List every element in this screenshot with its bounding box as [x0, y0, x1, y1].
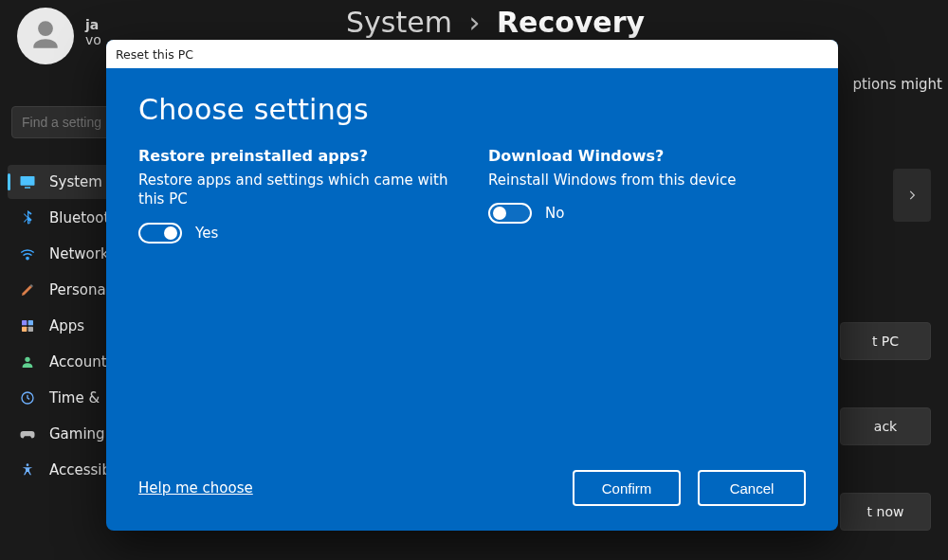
- restore-apps-toggle[interactable]: [138, 223, 182, 244]
- person-icon: [19, 353, 36, 370]
- svg-rect-1: [25, 187, 30, 189]
- clock-icon: [19, 389, 36, 406]
- avatar[interactable]: [17, 8, 74, 64]
- cancel-button[interactable]: Cancel: [698, 470, 806, 506]
- button-label-fragment: t PC: [872, 334, 899, 349]
- display-icon: [19, 173, 36, 190]
- sidebar-item-label: Apps: [49, 317, 84, 334]
- svg-point-7: [25, 357, 29, 362]
- toggle-knob: [493, 207, 506, 220]
- dialog-heading: Choose settings: [138, 93, 806, 126]
- sidebar-item-label: Time &: [49, 389, 100, 406]
- option-question: Restore preinstalled apps?: [138, 147, 456, 165]
- button-label-fragment: t now: [867, 504, 904, 519]
- dialog-title: Reset this PC: [116, 47, 193, 62]
- apps-icon: [19, 317, 36, 334]
- toggle-value-label: Yes: [195, 225, 218, 242]
- chevron-right-icon: ›: [468, 6, 480, 39]
- settings-window: ja vo System › Recovery ptions might Sys…: [0, 0, 948, 560]
- svg-rect-4: [28, 320, 33, 325]
- wifi-icon: [19, 245, 36, 262]
- svg-point-9: [27, 463, 29, 466]
- option-question: Download Windows?: [488, 147, 806, 165]
- bluetooth-icon: [19, 209, 36, 226]
- sidebar-item-label: Gaming: [49, 425, 105, 443]
- gamepad-icon: [19, 425, 36, 443]
- go-back-button[interactable]: ack: [840, 407, 931, 445]
- option-download-windows: Download Windows? Reinstall Windows from…: [488, 147, 806, 244]
- option-description: Restore apps and settings which came wit…: [138, 171, 456, 209]
- breadcrumb: System › Recovery: [346, 6, 645, 39]
- svg-rect-0: [21, 176, 35, 186]
- svg-point-2: [27, 257, 28, 259]
- user-name-line1: ja: [85, 17, 101, 32]
- confirm-button[interactable]: Confirm: [573, 470, 681, 506]
- sidebar-item-label: System: [49, 173, 102, 190]
- user-name-line2: vo: [85, 32, 101, 47]
- option-description: Reinstall Windows from this device: [488, 171, 806, 190]
- accessibility-icon: [19, 461, 36, 479]
- option-restore-apps: Restore preinstalled apps? Restore apps …: [138, 147, 456, 244]
- person-icon: [27, 18, 64, 54]
- sidebar-item-label: Network: [49, 245, 109, 262]
- svg-rect-5: [22, 327, 27, 332]
- info-banner-tail: ptions might: [852, 76, 942, 93]
- reset-pc-dialog: Reset this PC Choose settings Restore pr…: [106, 40, 838, 531]
- user-name-block: ja vo: [85, 17, 101, 47]
- paintbrush-icon: [19, 281, 36, 298]
- download-windows-toggle[interactable]: [488, 203, 532, 224]
- sidebar-item-label: Personal: [49, 281, 110, 298]
- sidebar-item-label: Account: [49, 353, 107, 370]
- help-me-choose-link[interactable]: Help me choose: [138, 479, 253, 497]
- breadcrumb-parent[interactable]: System: [346, 6, 452, 39]
- dialog-titlebar: Reset this PC: [106, 40, 838, 68]
- chevron-right-icon: [905, 189, 919, 202]
- svg-rect-6: [28, 327, 33, 332]
- toggle-value-label: No: [545, 205, 564, 222]
- button-label-fragment: ack: [874, 419, 897, 434]
- breadcrumb-current: Recovery: [497, 6, 645, 39]
- svg-rect-3: [22, 320, 27, 325]
- restart-now-button[interactable]: t now: [840, 493, 931, 531]
- toggle-knob: [164, 226, 177, 240]
- reset-pc-button[interactable]: t PC: [840, 322, 931, 360]
- expand-card-chevron[interactable]: [893, 169, 931, 222]
